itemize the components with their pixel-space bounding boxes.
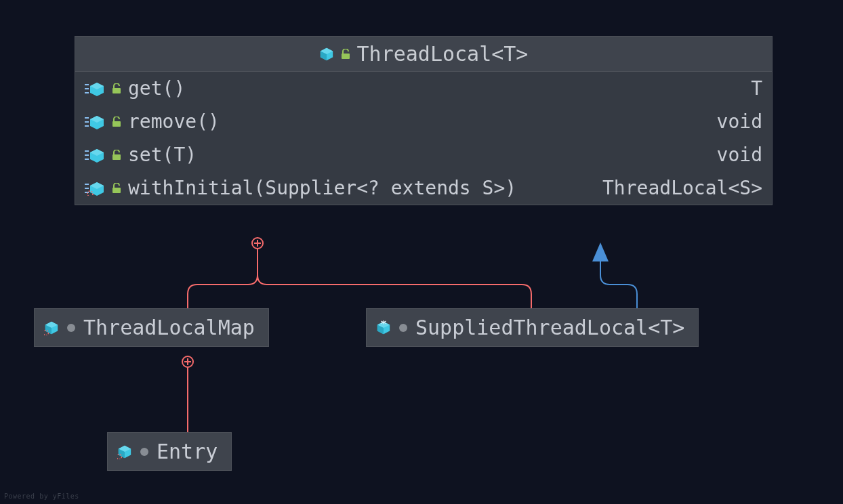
- class-name: Entry: [157, 440, 218, 463]
- unlock-icon: [341, 49, 350, 60]
- static-method-icon: [85, 181, 105, 196]
- member-return-type: T: [751, 77, 762, 100]
- class-entry[interactable]: Entry: [107, 432, 232, 471]
- class-name: ThreadLocalMap: [83, 316, 255, 339]
- visibility-dot-icon: [140, 448, 148, 456]
- svg-point-0: [252, 238, 263, 249]
- class-suppliedthreadlocal[interactable]: SuppliedThreadLocal<T>: [366, 308, 699, 347]
- method-icon: [85, 114, 105, 129]
- member-get[interactable]: get() T: [75, 72, 772, 105]
- svg-rect-10: [112, 88, 121, 93]
- unlock-icon: [112, 117, 121, 127]
- class-threadlocal[interactable]: ThreadLocal<T> get() T remove(): [75, 36, 773, 205]
- member-return-type: void: [717, 110, 762, 133]
- class-threadlocalmap[interactable]: ThreadLocalMap: [34, 308, 269, 347]
- member-withinitial[interactable]: withInitial(Supplier<? extends S>) Threa…: [75, 171, 772, 205]
- class-threadlocal-header: ThreadLocal<T>: [75, 37, 772, 72]
- cube-icon: [117, 444, 132, 459]
- method-icon: [85, 81, 105, 96]
- visibility-dot-icon: [67, 324, 75, 332]
- member-return-type: ThreadLocal<S>: [602, 177, 762, 199]
- cube-icon: [319, 47, 334, 62]
- member-set[interactable]: set(T) void: [75, 138, 772, 171]
- svg-rect-6: [342, 54, 350, 59]
- svg-rect-14: [112, 121, 121, 127]
- cube-icon: [44, 320, 59, 335]
- class-name: SuppliedThreadLocal<T>: [415, 316, 684, 339]
- method-icon: [85, 148, 105, 163]
- visibility-dot-icon: [399, 324, 407, 332]
- unlock-icon: [112, 150, 121, 161]
- member-remove[interactable]: remove() void: [75, 105, 772, 138]
- final-cube-icon: [376, 320, 391, 335]
- svg-rect-23: [112, 188, 121, 193]
- svg-point-3: [182, 356, 193, 367]
- footer-credit: Powered by yFiles: [4, 492, 79, 500]
- class-title: ThreadLocal<T>: [357, 42, 529, 66]
- member-return-type: void: [717, 144, 762, 166]
- member-signature: get(): [128, 77, 744, 100]
- svg-rect-18: [112, 154, 121, 160]
- unlock-icon: [112, 83, 121, 94]
- member-signature: remove(): [128, 110, 710, 133]
- member-signature: withInitial(Supplier<? extends S>): [128, 177, 596, 199]
- unlock-icon: [112, 183, 121, 194]
- member-signature: set(T): [128, 144, 710, 166]
